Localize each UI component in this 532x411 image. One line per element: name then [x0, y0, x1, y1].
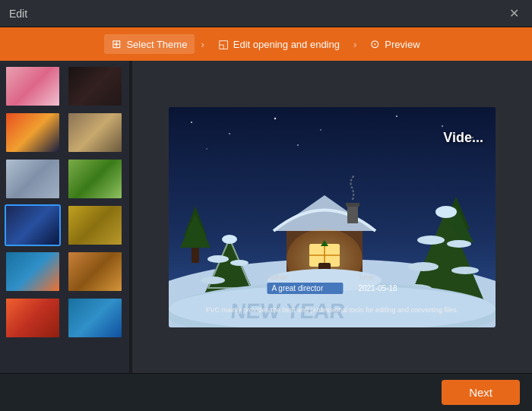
chevron-icon-1: ›: [201, 39, 204, 50]
svg-rect-13: [192, 248, 199, 263]
theme-icon: ⊞: [112, 37, 122, 51]
svg-point-4: [320, 129, 321, 131]
theme-thumb-4[interactable]: [67, 112, 123, 153]
theme-thumb-7[interactable]: [5, 204, 61, 246]
step-select-theme[interactable]: ⊞ Select Theme: [104, 34, 195, 54]
svg-point-8: [206, 148, 207, 150]
svg-rect-27: [347, 204, 358, 223]
svg-point-42: [451, 267, 479, 274]
preview-icon: ⊙: [370, 37, 380, 51]
preview-overlay-text: Vide...: [443, 130, 483, 146]
time-value: 2021-05-18: [358, 283, 397, 294]
theme-thumb-1[interactable]: [5, 65, 61, 107]
svg-point-5: [396, 115, 397, 117]
theme-thumb-9[interactable]: [5, 251, 61, 292]
theme-sidebar: [0, 61, 129, 373]
svg-point-3: [274, 117, 276, 119]
theme-thumb-12[interactable]: [67, 297, 123, 339]
theme-thumb-3[interactable]: [5, 112, 61, 153]
svg-point-38: [435, 206, 457, 218]
svg-point-6: [442, 125, 443, 126]
step-edit-opening-label: Edit opening and ending: [233, 39, 340, 50]
step-preview-label: Preview: [385, 39, 420, 50]
preview-tagline: FVC mainly provides the best and profess…: [206, 306, 458, 314]
theme-thumb-5[interactable]: [5, 158, 61, 200]
bottom-bar: Next: [0, 373, 532, 411]
svg-point-33: [207, 255, 229, 263]
svg-point-41: [408, 262, 439, 271]
theme-thumb-8[interactable]: [67, 204, 123, 246]
svg-rect-28: [346, 203, 359, 207]
step-nav: ⊞ Select Theme › ◱ Edit opening and endi…: [0, 27, 532, 61]
next-button[interactable]: Next: [442, 380, 520, 405]
edit-icon: ◱: [218, 37, 229, 51]
svg-point-39: [417, 236, 445, 245]
theme-thumb-2[interactable]: [67, 65, 123, 107]
author-label: Author:: [267, 273, 343, 281]
chevron-icon-2: ›: [353, 39, 356, 50]
svg-point-35: [201, 277, 225, 284]
window-title: Edit: [9, 8, 27, 20]
main-area: NEW YEAR Vide... Author: A great directo…: [0, 61, 532, 373]
svg-point-2: [229, 133, 230, 134]
svg-point-40: [447, 240, 471, 248]
preview-author-block: Author: A great director: [267, 273, 343, 294]
svg-point-9: [297, 144, 299, 146]
svg-point-32: [222, 235, 237, 244]
theme-thumb-10[interactable]: [67, 251, 123, 292]
step-select-theme-label: Select Theme: [126, 39, 187, 50]
preview-info: Author: A great director Time: 2021-05-1…: [267, 273, 397, 294]
svg-point-34: [230, 260, 249, 266]
preview-area: NEW YEAR Vide... Author: A great directo…: [132, 61, 532, 373]
title-bar: Edit ✕: [0, 0, 532, 27]
theme-thumb-11[interactable]: [5, 297, 61, 339]
time-label: Time:: [358, 273, 397, 281]
step-preview[interactable]: ⊙ Preview: [363, 34, 427, 54]
preview-frame: NEW YEAR Vide... Author: A great directo…: [169, 107, 496, 327]
theme-thumb-6[interactable]: [67, 158, 123, 200]
author-value: A great director: [267, 283, 343, 294]
close-button[interactable]: ✕: [505, 5, 523, 23]
step-edit-opening[interactable]: ◱ Edit opening and ending: [211, 34, 347, 54]
preview-time-block: Time: 2021-05-18: [358, 273, 397, 294]
svg-point-1: [191, 122, 192, 123]
